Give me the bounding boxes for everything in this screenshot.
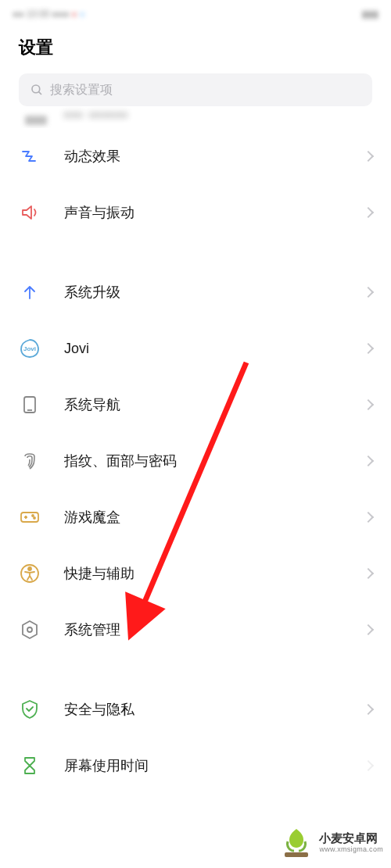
status-bar: ●●10:00●●●●● ▮▮▮ bbox=[0, 0, 391, 28]
dynamic-effects-icon bbox=[19, 145, 41, 167]
chevron-right-icon bbox=[363, 704, 374, 715]
search-placeholder: 搜索设置项 bbox=[50, 82, 113, 98]
search-input[interactable]: 搜索设置项 bbox=[19, 73, 372, 106]
partial-item-top[interactable]: ▪▪▪ ▪▪▪▪▪▪ bbox=[0, 106, 391, 128]
jovi-icon: Jovi bbox=[19, 338, 41, 359]
item-security-privacy[interactable]: 安全与隐私 bbox=[0, 681, 391, 738]
upgrade-icon bbox=[19, 281, 41, 303]
item-sound-vibration[interactable]: 声音与振动 bbox=[0, 184, 391, 241]
item-label: 声音与振动 bbox=[64, 203, 364, 222]
item-label: 指纹、面部与密码 bbox=[64, 452, 364, 470]
item-label: 系统导航 bbox=[64, 395, 364, 414]
svg-rect-5 bbox=[21, 513, 38, 522]
chevron-right-icon bbox=[363, 568, 374, 579]
item-system-management[interactable]: 系统管理 bbox=[0, 602, 391, 658]
management-icon bbox=[19, 619, 41, 641]
chevron-right-icon bbox=[363, 512, 374, 523]
item-system-upgrade[interactable]: 系统升级 bbox=[0, 264, 391, 320]
chevron-right-icon bbox=[363, 287, 374, 298]
item-game-box[interactable]: 游戏魔盒 bbox=[0, 489, 391, 545]
status-right: ▮▮▮ bbox=[362, 9, 378, 20]
chevron-right-icon bbox=[363, 207, 374, 218]
search-icon bbox=[30, 83, 44, 97]
chevron-right-icon bbox=[363, 455, 374, 466]
watermark-text-en: www.xmsigma.com bbox=[319, 845, 383, 854]
item-shortcut-accessibility[interactable]: 快捷与辅助 bbox=[0, 545, 391, 602]
svg-point-8 bbox=[32, 515, 34, 516]
accessibility-icon bbox=[19, 563, 41, 584]
fingerprint-icon bbox=[19, 450, 41, 472]
item-label: 动态效果 bbox=[64, 147, 364, 166]
chevron-right-icon bbox=[363, 343, 374, 354]
hourglass-icon bbox=[19, 755, 41, 777]
watermark-text-cn: 小麦安卓网 bbox=[319, 831, 383, 845]
svg-line-1 bbox=[39, 92, 41, 95]
chevron-right-icon bbox=[363, 624, 374, 635]
watermark-logo-icon bbox=[278, 824, 314, 860]
item-fingerprint-face-password[interactable]: 指纹、面部与密码 bbox=[0, 433, 391, 489]
svg-point-0 bbox=[32, 85, 40, 93]
chevron-right-icon bbox=[363, 399, 374, 410]
svg-point-11 bbox=[28, 567, 31, 570]
page-title: 设置 bbox=[19, 36, 372, 59]
group-divider bbox=[0, 241, 391, 264]
item-system-navigation[interactable]: 系统导航 bbox=[0, 377, 391, 433]
navigation-icon bbox=[19, 394, 41, 416]
item-label: 屏幕使用时间 bbox=[64, 756, 364, 775]
shield-icon bbox=[19, 698, 41, 720]
svg-point-9 bbox=[34, 517, 35, 519]
sound-icon bbox=[19, 202, 41, 223]
item-label: 系统管理 bbox=[64, 620, 364, 639]
item-label: Jovi bbox=[64, 341, 364, 357]
group-divider bbox=[0, 658, 391, 681]
chevron-right-icon bbox=[363, 760, 374, 771]
item-label: 游戏魔盒 bbox=[64, 508, 364, 527]
item-label: 快捷与辅助 bbox=[64, 564, 364, 583]
item-screen-time[interactable]: 屏幕使用时间 bbox=[0, 738, 391, 794]
page-header: 设置 bbox=[0, 28, 391, 73]
chevron-right-icon bbox=[363, 151, 374, 162]
status-left: ●●10:00●●●●● bbox=[13, 9, 85, 20]
settings-list: ▪▪▪ ▪▪▪▪▪▪ 动态效果 声音与振动 系统升级 bbox=[0, 106, 391, 794]
svg-point-12 bbox=[27, 627, 32, 632]
svg-rect-14 bbox=[285, 852, 308, 857]
item-jovi[interactable]: Jovi Jovi bbox=[0, 320, 391, 377]
watermark: 小麦安卓网 www.xmsigma.com bbox=[278, 824, 383, 860]
game-icon bbox=[19, 506, 41, 528]
item-label: 系统升级 bbox=[64, 283, 364, 302]
item-label: 安全与隐私 bbox=[64, 700, 364, 719]
svg-text:Jovi: Jovi bbox=[23, 345, 36, 352]
item-dynamic-effects[interactable]: 动态效果 bbox=[0, 128, 391, 184]
